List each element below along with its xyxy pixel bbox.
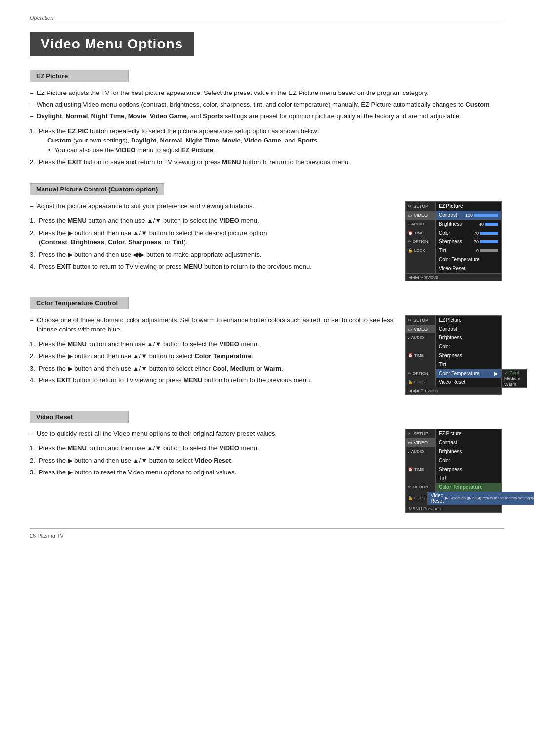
ct-step-3: 3.Press the ▶ button and then use ▲/▼ bu… xyxy=(30,364,396,374)
color-temp-section: Color Temperature Control Choose one of … xyxy=(30,297,504,395)
ct-step-2: 2.Press the ▶ button and then use ▲/▼ bu… xyxy=(30,351,396,361)
page-title: Video Menu Options xyxy=(30,32,194,56)
ez-picture-section: EZ Picture EZ Picture adjusts the TV for… xyxy=(30,70,504,167)
bottom-divider xyxy=(30,528,504,529)
video-reset-menu: ✂SETUP EZ Picture ▭VIDEO Contrast ♪AUDIO… xyxy=(405,429,504,513)
operation-label: Operation xyxy=(30,15,504,21)
video-reset-section: Video Reset Use to quickly reset all the… xyxy=(30,411,504,513)
ct-step-4: 4.Press EXIT button to return to TV view… xyxy=(30,376,396,385)
vr-step-3: 3.Press the ▶ button to reset the Video … xyxy=(30,468,396,477)
manual-step-4: 4.Press EXIT button to return to TV view… xyxy=(30,262,396,272)
ez-picture-steps: 1.Press the EZ PIC button repeatedly to … xyxy=(30,126,504,167)
manual-picture-menu: ✂SETUP EZ Picture ▭VIDEO Contrast 100 ♪ xyxy=(405,201,504,281)
vr-step-1: 1.Press the MENU button and then use ▲/▼… xyxy=(30,443,396,453)
video-reset-steps: 1.Press the MENU button and then use ▲/▼… xyxy=(30,443,396,477)
video-reset-bullets: Use to quickly reset all the Video menu … xyxy=(30,429,396,439)
manual-picture-header: Manual Picture Control (Custom option) xyxy=(30,183,164,195)
top-divider xyxy=(30,23,504,23)
color-temp-text: Choose one of three automatic color adju… xyxy=(30,315,396,389)
manual-bullet-1: Adjust the picture appearance to suit yo… xyxy=(30,201,396,211)
video-reset-header: Video Reset xyxy=(30,411,129,423)
ez-bullet-1: EZ Picture adjusts the TV for the best p… xyxy=(30,88,504,98)
color-temp-steps: 1.Press the MENU button and then use ▲/▼… xyxy=(30,339,396,385)
video-reset-bullet: Use to quickly reset all the Video menu … xyxy=(30,429,396,439)
manual-steps: 1.Press the MENU button and then use ▲/▼… xyxy=(30,216,396,272)
ct-step-1: 1.Press the MENU button and then use ▲/▼… xyxy=(30,339,396,349)
ez-picture-header: EZ Picture xyxy=(30,70,129,82)
ez-step-1: 1.Press the EZ PIC button repeatedly to … xyxy=(30,126,504,155)
color-temp-bullets: Choose one of three automatic color adju… xyxy=(30,315,396,334)
ez-picture-bullets: EZ Picture adjusts the TV for the best p… xyxy=(30,88,504,121)
footer-label: 26 Plasma TV xyxy=(30,533,504,539)
vr-menu-footer: MENU Previous xyxy=(406,505,501,512)
ez-step-2: 2.Press the EXIT button to save and retu… xyxy=(30,157,504,167)
ez-substep: You can also use the VIDEO menu to adjus… xyxy=(48,145,504,155)
manual-picture-section: Manual Picture Control (Custom option) A… xyxy=(30,183,504,281)
ez-bullet-3: Daylight, Normal, Night Time, Movie, Vid… xyxy=(30,111,504,121)
manual-bullet: Adjust the picture appearance to suit yo… xyxy=(30,201,396,211)
vr-step-2: 2.Press the ▶ button and then use ▲/▼ bu… xyxy=(30,456,396,466)
color-temp-bullet: Choose one of three automatic color adju… xyxy=(30,315,396,334)
color-temp-header: Color Temperature Control xyxy=(30,297,129,309)
manual-step-1: 1.Press the MENU button and then use ▲/▼… xyxy=(30,216,396,226)
ct-menu-footer: ◀◀◀ Previous xyxy=(406,387,501,394)
video-reset-text: Use to quickly reset all the Video menu … xyxy=(30,429,396,481)
manual-menu-footer: ◀◀◀ Previous xyxy=(406,273,501,281)
manual-picture-text: Adjust the picture appearance to suit yo… xyxy=(30,201,396,276)
manual-step-3: 3.Press the ▶ button and then use ◀/▶ bu… xyxy=(30,250,396,260)
ez-bullet-2: When adjusting Video menu options (contr… xyxy=(30,100,504,110)
color-temp-menu: ✂SETUP EZ Picture ▭VIDEO Contrast ♪AUDIO… xyxy=(405,315,504,395)
manual-step-2: 2.Press the ▶ button and then use ▲/▼ bu… xyxy=(30,228,396,247)
